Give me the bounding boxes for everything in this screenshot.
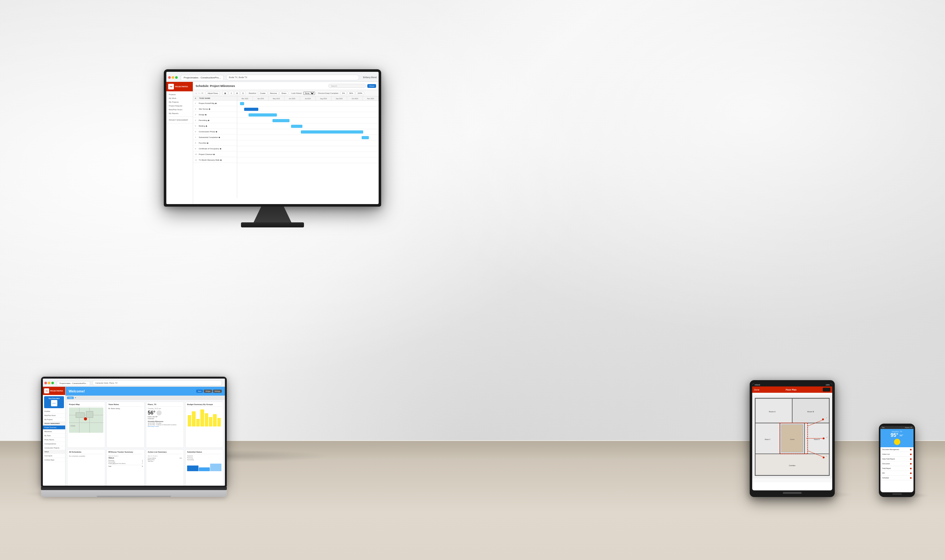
- laptop-nav-correspondence[interactable]: Correspondence: [43, 442, 65, 446]
- monitor-nav-reports[interactable]: My Reports: [168, 111, 191, 115]
- gantt-month-2: Apr 2023: [253, 96, 269, 100]
- table-row[interactable]: 9Certificate of Occupancy ◆: [193, 146, 237, 151]
- laptop-nav-photos[interactable]: Photo Albums: [43, 438, 65, 442]
- toolbar-view-2[interactable]: ≡: [229, 91, 234, 95]
- toolbar-lookahead-select[interactable]: None: [303, 92, 315, 95]
- task-num: 7: [195, 136, 199, 138]
- laptop-maximize-button[interactable]: [51, 382, 54, 384]
- phone-list-item-actionlist[interactable]: Action List: [880, 452, 914, 457]
- phone-weather-main: 95° 96°: [882, 432, 912, 438]
- svg-point-30: [823, 457, 825, 458]
- phone-home-bar[interactable]: [893, 494, 902, 494]
- monitor-nav-projects[interactable]: Projects: [168, 92, 191, 96]
- schedule-header-actions: Search Share: [328, 84, 376, 88]
- dashboard-welcome-banner: Welcome! Save Widget Settings: [66, 387, 225, 395]
- toolbar-adjust-rows-button[interactable]: Adjust Rows: [206, 91, 220, 95]
- toolbar-percent-0[interactable]: 0%: [340, 91, 347, 95]
- budget-bar-2: [192, 411, 195, 426]
- monitor-nav-myprojects[interactable]: My Projects: [168, 100, 191, 104]
- laptop-nav-contractapps-label: Contract Apps: [45, 459, 54, 461]
- table-row[interactable]: 4Permitting ◆: [193, 117, 237, 123]
- phone-list-item-fieldreport[interactable]: Daily Field Report: [880, 457, 914, 462]
- browser-tab[interactable]: Projectmates - ConstructionPro...: [181, 75, 224, 80]
- task-name: Punchlist ◆: [199, 142, 235, 144]
- gantt-month-9: Nov 2023: [363, 96, 379, 100]
- laptop-nav-portfolio[interactable]: Portfolio: [43, 409, 65, 414]
- schedule-share-button[interactable]: Share: [367, 84, 376, 88]
- laptop-nav-milestones[interactable]: Milestones: [43, 429, 65, 434]
- monitor-nav-projectrequest[interactable]: Project Request: [168, 104, 191, 108]
- phone-list-item-docmgmt[interactable]: Document Management: [880, 447, 914, 452]
- laptop-nav-myprojects[interactable]: My Projects: [43, 418, 65, 422]
- laptop-address-bar[interactable]: Campsite Hotel, Plano, TX: [92, 380, 222, 386]
- table-row[interactable]: 6Construction Phase ◆: [193, 129, 237, 134]
- task-num: 10: [195, 153, 199, 155]
- action-row-3: Total New: [148, 460, 182, 462]
- tablet-bezel: 9:55:00 100% Done Floor Plan: [750, 380, 835, 497]
- table-row[interactable]: 11T1 Month Warranty Walk ◆: [193, 157, 237, 163]
- task-num: 4: [195, 119, 199, 121]
- phone-list-item-schedule[interactable]: Schedule: [880, 475, 914, 480]
- monitor-nav-mywork[interactable]: My Work: [168, 96, 191, 100]
- laptop-nav-portfolio-label: Portfolio: [45, 411, 50, 412]
- gantt-bar-row-6: [237, 129, 379, 135]
- phone-list-item-rfi[interactable]: RFI: [880, 471, 914, 475]
- browser-address-bar[interactable]: Buda TX, Buda TX: [226, 75, 359, 80]
- toolbar-percent-100[interactable]: 100%: [356, 91, 364, 95]
- table-row[interactable]: 7Substantial Completion ◆: [193, 134, 237, 140]
- table-row[interactable]: 5Bidding ◆: [193, 123, 237, 129]
- table-row[interactable]: 1Project Kickoff Mtg ◆: [193, 100, 237, 106]
- monitor-nav-bidsroom[interactable]: Bids/Plan Room: [168, 108, 191, 111]
- tab-today[interactable]: Today: [67, 397, 74, 399]
- phone-list-item-fieldreport2[interactable]: Field Report: [880, 466, 914, 471]
- toolbar-view-3[interactable]: ⊞: [234, 91, 240, 95]
- budget-bar-1: [188, 415, 191, 426]
- laptop-close-button[interactable]: [45, 382, 47, 384]
- phone-list-item-discussion[interactable]: Discussion: [880, 462, 914, 466]
- toolbar-remove-button[interactable]: Remove: [268, 91, 279, 95]
- toolbar-create-button[interactable]: Create: [258, 91, 268, 95]
- action-total-label: Total New: [148, 460, 153, 462]
- monitor-app-name: PROJECTMATES: [175, 86, 188, 88]
- laptop-section-tools-label: Tools: [45, 451, 49, 452]
- browser-maximize-button[interactable]: [175, 76, 178, 79]
- table-row[interactable]: 2Site Survey ◆: [193, 106, 237, 112]
- svg-text:12': 12': [826, 437, 828, 438]
- dashboard-save-button[interactable]: Save: [196, 389, 203, 393]
- toolbar-view-4[interactable]: ⊡: [240, 91, 246, 95]
- laptop-nav-costreport[interactable]: Cost report: [43, 454, 65, 458]
- tablet-action-icon[interactable]: [823, 388, 830, 391]
- map-display[interactable]: 0.5 km: [69, 408, 103, 433]
- toolbar-view-1[interactable]: ▦: [222, 91, 228, 95]
- toolbar-pencil-icon[interactable]: ✏: [202, 92, 203, 94]
- dashboard-settings-button[interactable]: Settings: [213, 389, 222, 393]
- weather-more[interactable]: Remaining 3 events: [148, 426, 182, 427]
- laptop-minimize-button[interactable]: [48, 382, 51, 384]
- laptop-nav-bids[interactable]: Bids/Plan Room: [43, 414, 65, 418]
- toolbar-share-button[interactable]: Share: [279, 91, 288, 95]
- laptop-project-card[interactable]: Your Firm Here LOGO: [44, 396, 64, 408]
- table-row[interactable]: 8Punchlist ◆: [193, 140, 237, 146]
- laptop-nav-contractapps[interactable]: Contract Apps: [43, 458, 65, 462]
- toolbar-plus-icon[interactable]: +: [195, 92, 197, 94]
- submittal-reviewing: Reviewing: [187, 457, 222, 458]
- tablet-back-button[interactable]: Done: [754, 389, 759, 391]
- gantt-col-id: #: [195, 97, 196, 99]
- laptop-nav-construction[interactable]: Construction Projects: [43, 446, 65, 450]
- browser-close-button[interactable]: [168, 76, 171, 79]
- dashboard-widget-button[interactable]: Widget: [204, 389, 212, 393]
- schedule-search-input[interactable]: Search: [328, 84, 366, 88]
- laptop-nav-myteam[interactable]: My Team: [43, 434, 65, 438]
- gantt-bars-area: Mar 2023 Apr 2023 May 2023 Jun 2023 Jul …: [237, 96, 379, 198]
- toolbar-minus-icon[interactable]: −: [199, 92, 200, 94]
- laptop-browser-tab[interactable]: Projectmates - ConstructionPro...: [57, 381, 90, 385]
- monitor-nav-mywork-label: My Work: [169, 97, 176, 99]
- task-num: 8: [195, 142, 199, 144]
- budget-bar-6: [209, 417, 212, 426]
- table-row[interactable]: 3Design ◆: [193, 112, 237, 117]
- laptop-nav-project-summary[interactable]: Project Summary: [43, 426, 65, 429]
- browser-minimize-button[interactable]: [172, 76, 174, 79]
- table-row[interactable]: 10Project Closeout ◆: [193, 151, 237, 157]
- toolbar-percent-50[interactable]: 50%: [348, 91, 355, 95]
- tablet-home-bar[interactable]: [783, 492, 802, 494]
